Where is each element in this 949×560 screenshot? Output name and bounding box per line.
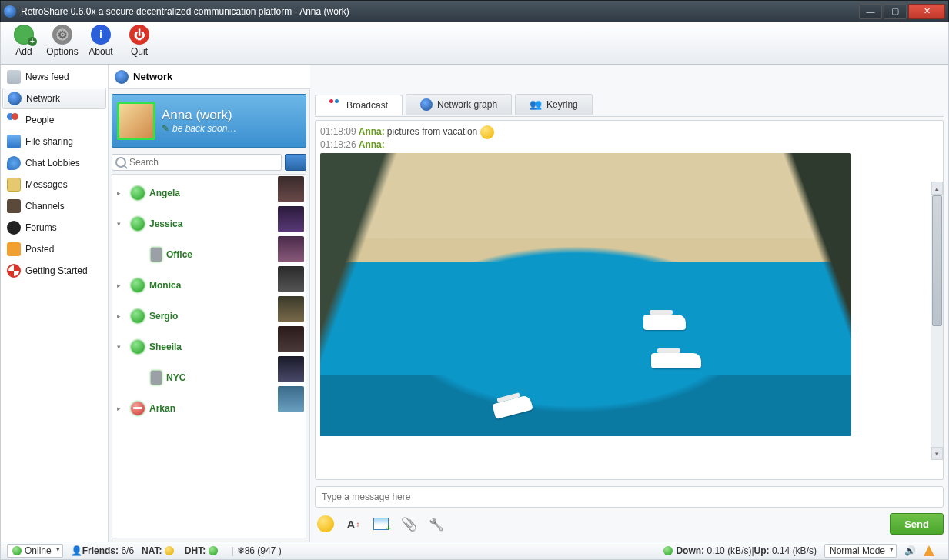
friend-item[interactable]: ▸Sergio: [112, 301, 306, 332]
status-bar: Online 👤 Friends: 6/6 NAT: DHT: | ❄ 86 (…: [0, 542, 949, 560]
newsfeed-icon: [7, 70, 21, 84]
chat-tabs: Broadcast Network graph Keyring: [315, 94, 944, 117]
expander-icon[interactable]: ▾: [117, 343, 126, 351]
avatar[interactable]: [278, 236, 304, 262]
dnd-status-icon: [131, 402, 145, 415]
edit-status-button[interactable]: [285, 154, 306, 171]
sidebar-item-network[interactable]: Network: [2, 88, 106, 109]
online-status-icon: [131, 186, 145, 200]
avatar[interactable]: [278, 176, 304, 202]
avatar[interactable]: [278, 386, 304, 412]
options-label: Options: [45, 46, 79, 57]
about-label: About: [84, 46, 118, 57]
avatar[interactable]: [278, 266, 304, 292]
online-dot-icon: [12, 546, 22, 555]
bandwidth: Down: 0.10 (kB/s) | Up: 0.14 (kB/s): [663, 545, 817, 556]
sidebar-item-forums[interactable]: Forums: [2, 217, 106, 238]
tab-broadcast[interactable]: Broadcast: [315, 95, 403, 115]
profile-card: Anna (work) ✎be back soon…: [112, 94, 306, 148]
avatar[interactable]: [278, 356, 304, 382]
friend-item[interactable]: ▾Jessica: [112, 208, 306, 239]
warning-icon[interactable]: [924, 545, 934, 556]
sidebar-item-getting-started[interactable]: Getting Started: [2, 260, 106, 282]
sidebar-item-filesharing[interactable]: File sharing: [2, 131, 106, 152]
window-title: RetroShare 0.6.0x a secure decentralized…: [21, 6, 857, 17]
forums-icon: [7, 221, 21, 235]
avatar[interactable]: [278, 206, 304, 232]
people-icon: [7, 113, 21, 127]
emoji-button[interactable]: [315, 513, 336, 535]
friends-count: 👤 Friends: 6/6: [71, 545, 134, 556]
tab-network-graph[interactable]: Network graph: [406, 94, 512, 115]
chat-scrollbar[interactable]: ▴ ▾: [931, 194, 944, 448]
dht-status: DHT:: [185, 545, 221, 556]
network-icon: [8, 92, 22, 105]
options-button[interactable]: ⚙ Options: [45, 25, 79, 57]
sidebar-item-channels[interactable]: Channels: [2, 195, 106, 217]
window-close-button[interactable]: ✕: [908, 4, 945, 19]
getting-started-icon: [7, 264, 21, 278]
network-title: Network: [133, 71, 172, 82]
friend-search[interactable]: [112, 154, 282, 171]
add-label: Add: [7, 46, 41, 57]
down-arrow-icon: [663, 546, 673, 555]
send-button[interactable]: Send: [890, 513, 944, 535]
insert-image-button[interactable]: [370, 513, 392, 535]
keyring-icon: [530, 98, 542, 111]
sidebar-item-newsfeed[interactable]: News feed: [2, 66, 106, 88]
dht-dot-icon: [209, 546, 218, 555]
chat-image[interactable]: [320, 153, 851, 436]
online-status-icon: [131, 309, 145, 323]
friend-item[interactable]: ▸Arkan: [112, 393, 306, 424]
avatar[interactable]: [278, 326, 304, 352]
scroll-down-button[interactable]: ▾: [931, 448, 943, 460]
friend-item[interactable]: ▾Sheeila: [112, 332, 306, 362]
image-icon: [373, 518, 389, 530]
nav-sidebar: News feed Network People File sharing Ch…: [1, 65, 109, 542]
expander-icon[interactable]: ▸: [117, 312, 126, 320]
status-selector[interactable]: Online: [7, 544, 63, 558]
friend-item[interactable]: Office: [112, 239, 306, 270]
window-minimize-button[interactable]: —: [859, 4, 882, 19]
friend-item[interactable]: NYC: [112, 362, 306, 393]
online-status-icon: [131, 278, 145, 292]
search-icon: [115, 157, 126, 168]
scroll-up-button[interactable]: ▴: [931, 182, 943, 194]
avatar[interactable]: [278, 296, 304, 322]
chat-message: 01:18:26 Anna:: [320, 139, 938, 150]
chat-panel: 01:18:09 Anna: pictures from vacation 01…: [315, 120, 944, 480]
sidebar-item-chatlobby[interactable]: Chat Lobbies: [2, 152, 106, 174]
mode-selector[interactable]: Normal Mode: [824, 544, 897, 558]
expander-icon[interactable]: ▸: [117, 282, 126, 289]
chat-log[interactable]: 01:18:09 Anna: pictures from vacation 01…: [316, 121, 943, 436]
sound-toggle[interactable]: 🔊: [904, 545, 916, 556]
own-avatar[interactable]: [117, 102, 155, 140]
friend-item[interactable]: ▸Monica: [112, 270, 306, 301]
about-button[interactable]: i About: [84, 25, 118, 57]
chat-input[interactable]: [315, 486, 944, 508]
filesharing-icon: [7, 135, 21, 148]
profile-status[interactable]: ✎be back soon…: [162, 123, 236, 134]
quit-label: Quit: [122, 46, 156, 57]
scroll-thumb[interactable]: [932, 195, 942, 326]
chat-settings-button[interactable]: [426, 513, 447, 535]
sidebar-item-messages[interactable]: Messages: [2, 174, 106, 195]
window-maximize-button[interactable]: ▢: [884, 4, 907, 19]
chat-message: 01:18:09 Anna: pictures from vacation: [320, 125, 938, 139]
smiley-icon: [480, 125, 494, 139]
online-status-icon: [131, 217, 145, 231]
sidebar-item-people[interactable]: People: [2, 109, 106, 131]
attach-button[interactable]: [398, 513, 419, 535]
window-titlebar: RetroShare 0.6.0x a secure decentralized…: [0, 0, 949, 22]
sidebar-item-posted[interactable]: Posted: [2, 238, 106, 260]
font-button[interactable]: [343, 513, 364, 535]
friend-search-input[interactable]: [129, 155, 278, 170]
expander-icon[interactable]: ▸: [117, 405, 126, 412]
friend-item[interactable]: ▸Angela: [112, 178, 306, 208]
info-icon: i: [91, 25, 111, 45]
quit-button[interactable]: ⏻ Quit: [122, 25, 156, 57]
expander-icon[interactable]: ▸: [117, 189, 126, 197]
tab-keyring[interactable]: Keyring: [515, 94, 593, 115]
add-button[interactable]: Add: [7, 25, 41, 57]
expander-icon[interactable]: ▾: [117, 220, 126, 228]
